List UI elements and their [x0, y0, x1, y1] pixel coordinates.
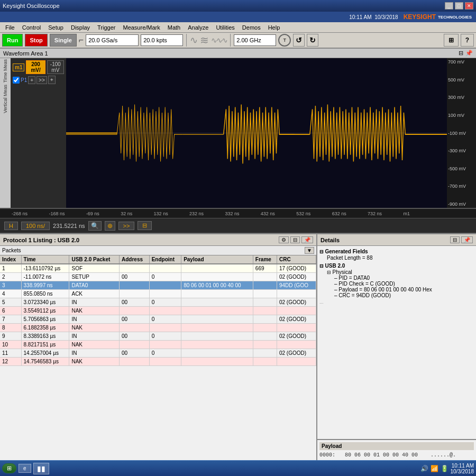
trigger-icon: ⌐	[79, 35, 84, 45]
play-button[interactable]: >>	[118, 222, 135, 230]
h-button[interactable]: H	[4, 222, 18, 230]
cell-time: 3.0723340 µs	[21, 298, 69, 307]
menu-math[interactable]: Math	[164, 24, 184, 31]
zoom-button[interactable]: 🔍	[88, 221, 102, 231]
protocol-pin-button[interactable]: 📌	[301, 236, 313, 243]
table-row[interactable]: 1-13.6110792 µsSOF66917 (GOOD)	[0, 264, 316, 273]
frequency-input[interactable]	[234, 34, 276, 46]
protocol-filter-bar: Packets ▼	[0, 246, 316, 255]
add-button[interactable]: +	[28, 76, 35, 84]
menu-measure[interactable]: Measure/Mark	[120, 24, 163, 31]
cell-endpoint	[149, 358, 181, 366]
minimize-button[interactable]: _	[445, 2, 453, 10]
cell-address: 00	[120, 349, 150, 358]
time-div-button[interactable]: 100 ns/	[21, 222, 50, 230]
cell-crc: 02 (GOOD)	[277, 349, 316, 358]
table-row[interactable]: 2-11.0072 nsSETUP00002 (GOOD)	[0, 273, 316, 281]
protocol-config-button[interactable]: ⚙	[279, 236, 289, 243]
details-dock-button[interactable]: ⊟	[450, 236, 460, 243]
menu-control[interactable]: Control	[19, 24, 44, 31]
table-row[interactable]: 3338.9997 nsDATA080 06 00 01 00 00 40 00…	[0, 281, 316, 290]
crosshair-button[interactable]: ⊕	[105, 221, 115, 231]
waveform-controls: ⊟ 📌	[459, 50, 473, 57]
start-button[interactable]: ⊞	[2, 463, 16, 473]
settings-button[interactable]: ⊞	[444, 34, 459, 47]
taskbar-app-2[interactable]: ▮▮	[33, 463, 49, 474]
marker-button[interactable]: ⌖	[48, 76, 56, 84]
waveform-label-bar: Waveform Area 1 ⊟ 📌	[0, 49, 476, 58]
sample-rate-input[interactable]	[86, 34, 139, 46]
scale-n900mv: -900 mV	[448, 202, 475, 207]
close-button[interactable]: ✕	[465, 2, 473, 10]
time-label-8: 532 ns	[296, 211, 310, 216]
taskbar: ⊞ e ▮▮ 🔊 📶 🔋 10:11 AM 10/3/2018	[0, 460, 476, 476]
cell-time: 14.7546583 µs	[21, 358, 69, 366]
menu-analyze[interactable]: Analyze	[185, 24, 212, 31]
pid-check-node: PID Check = C (GOOD)	[319, 281, 474, 287]
offset-button[interactable]: -100 mV	[47, 60, 64, 74]
protocol-title-bar: Protocol 1 Listing : USB 2.0 ⚙ ⊟ 📌	[0, 234, 316, 246]
table-row[interactable]: 108.8217151 µsNAK	[0, 341, 316, 349]
trigger-circle-btn[interactable]: T	[278, 34, 291, 47]
table-row[interactable]: 1114.2557004 µsIN00002 (GOOD)	[0, 349, 316, 358]
cell-index: 6	[0, 307, 21, 315]
table-row[interactable]: 75.7056863 µsIN00002 (GOOD)	[0, 315, 316, 324]
ch-checkbox[interactable]	[13, 77, 20, 84]
details-content: Generated Fields Packet Length = 88 USB …	[317, 246, 476, 439]
toolbar: Run Stop Single ⌐ ∿ ≋ ∿∿∿ T ↺ ↻ ⊞ ?	[0, 33, 476, 49]
cell-payload	[181, 307, 253, 315]
single-button[interactable]: Single	[50, 34, 77, 47]
cell-index: 1	[0, 264, 21, 273]
undo-button[interactable]: ↺	[293, 34, 305, 47]
pin-icon[interactable]: 📌	[465, 50, 473, 57]
cell-packet: DATA0	[69, 281, 120, 290]
scale-button[interactable]: 200 mV/	[26, 60, 45, 74]
scale-n700mv: -700 mV	[448, 184, 475, 189]
cell-payload	[181, 358, 253, 366]
protocol-table-container[interactable]: Index Time USB 2.0 Packet Address Endpoi…	[0, 255, 316, 460]
maximize-button[interactable]: □	[455, 2, 463, 10]
table-row[interactable]: 4855.0850 nsACK	[0, 290, 316, 298]
scope-area: Time Meas Vertical Meas m1 200 mV/ -100 …	[0, 58, 476, 209]
cell-payload: 80 06 00 01 00 00 40 00	[181, 281, 253, 290]
scale-300mv: 300 mV	[448, 95, 475, 100]
time-label-2: -69 ns	[86, 211, 99, 216]
run-button[interactable]: Run	[2, 34, 23, 47]
help-icon-button[interactable]: ?	[461, 34, 474, 47]
cell-packet: ACK	[69, 290, 120, 298]
cell-packet: NAK	[69, 341, 120, 349]
menu-display[interactable]: Display	[68, 24, 93, 31]
cell-time: 3.5549112 µs	[21, 307, 69, 315]
save-h-button[interactable]: ⊟	[138, 221, 152, 230]
cell-address	[120, 281, 150, 290]
table-row[interactable]: 1214.7546583 µsNAK	[0, 358, 316, 366]
title-text: Keysight Oscilloscope	[3, 3, 60, 9]
redo-button[interactable]: ↻	[307, 34, 318, 47]
dock-icon[interactable]: ⊟	[459, 50, 463, 57]
details-pin-button[interactable]: 📌	[461, 236, 473, 243]
menu-utilities[interactable]: Utilities	[213, 24, 237, 31]
cell-payload	[181, 273, 253, 281]
cell-address	[120, 264, 150, 273]
protocol-dock-button[interactable]: ⊟	[290, 236, 300, 243]
menu-trigger[interactable]: Trigger	[94, 24, 118, 31]
details-panel: Details ⊟ 📌 Generated Fields Packet Leng…	[317, 234, 476, 460]
stop-button[interactable]: Stop	[25, 34, 47, 47]
table-row[interactable]: 63.5549112 µsNAK	[0, 307, 316, 315]
scale-100mv: 100 mV	[448, 113, 475, 118]
cell-packet: SOF	[69, 264, 120, 273]
table-row[interactable]: 53.0723340 µsIN00002 (GOOD)	[0, 298, 316, 307]
menu-file[interactable]: File	[2, 24, 18, 31]
table-row[interactable]: 86.1882358 µsNAK	[0, 324, 316, 332]
forward-button[interactable]: >>	[36, 76, 47, 84]
table-row[interactable]: 98.3389163 µsIN00002 (GOOD)	[0, 332, 316, 341]
mem-depth-input[interactable]	[141, 34, 183, 46]
scroll-down-button[interactable]: ▼	[305, 247, 314, 254]
taskbar-ie[interactable]: e	[19, 464, 31, 473]
menu-demos[interactable]: Demos	[239, 24, 264, 31]
cell-packet: NAK	[69, 307, 120, 315]
channel-controls: m1 200 mV/ -100 mV P1 + >> ⌖	[11, 58, 66, 208]
menu-setup[interactable]: Setup	[45, 24, 67, 31]
menu-help[interactable]: Help	[265, 24, 283, 31]
h-position-value: 231.5221 ns	[53, 223, 85, 229]
